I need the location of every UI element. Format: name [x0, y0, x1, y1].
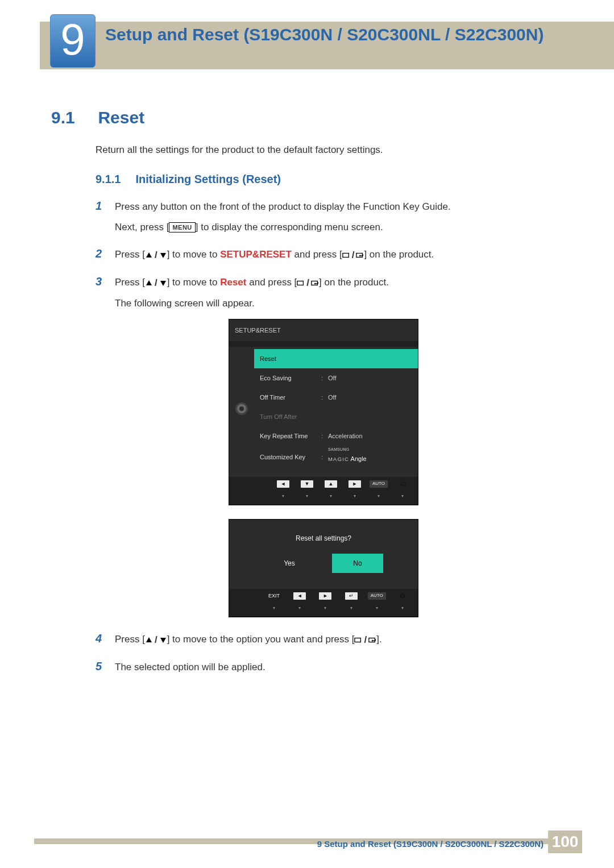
- window-enter-icon: /: [342, 248, 364, 263]
- section-number: 9.1: [51, 108, 96, 127]
- subsection-heading: 9.1.1 Initializing Settings (Reset): [96, 173, 563, 186]
- up-down-icon: /: [145, 248, 167, 263]
- step-4: 4 Press [/] to move to the option you wa…: [96, 632, 563, 653]
- step-3: 3 Press [/] to move to Reset and press […: [96, 275, 563, 625]
- svg-marker-14: [371, 639, 373, 642]
- svg-rect-2: [343, 254, 349, 258]
- svg-marker-1: [160, 253, 166, 258]
- osd-btn-up: ▲▾: [320, 480, 342, 504]
- osd-menu-list: Reset Eco Saving:Off Off Timer:Off Turn …: [254, 347, 418, 471]
- osd-setup-reset: SETUP&RESET Reset Eco Saving:Off Off Tim…: [229, 319, 418, 505]
- page-number: 100: [548, 830, 582, 853]
- step-3-text: Press [/] to move to Reset and press [/]…: [115, 275, 563, 290]
- osd-reset-confirm: Reset all settings? Yes No EXIT▾ ◄▾ ►▾ ↵…: [229, 519, 418, 617]
- osd-item-keyrepeat: Key Repeat Time:Acceleration: [254, 426, 418, 446]
- step-2: 2 Press [/] to move to SETUP&RESET and p…: [96, 247, 563, 268]
- menu-button-label: MENU: [169, 222, 195, 232]
- svg-marker-4: [359, 255, 361, 257]
- step-number: 3: [96, 275, 115, 625]
- svg-marker-10: [146, 637, 152, 642]
- step-2-text: Press [/] to move to SETUP&RESET and pre…: [115, 247, 563, 263]
- gear-icon: [235, 402, 248, 415]
- osd-btn-enter: ↵▾: [341, 592, 362, 616]
- step-number: 4: [96, 632, 115, 653]
- chapter-title: Setup and Reset (S19C300N / S20C300NL / …: [105, 23, 580, 45]
- osd-item-reset: Reset: [254, 349, 418, 368]
- osd-btn-right: ►▾: [344, 480, 366, 504]
- svg-rect-13: [369, 638, 375, 642]
- target-reset: Reset: [220, 277, 246, 288]
- svg-rect-3: [356, 254, 363, 258]
- osd-item-turnoffafter: Turn Off After: [254, 407, 418, 426]
- svg-marker-9: [314, 283, 316, 285]
- osd-choice-no: No: [332, 554, 383, 573]
- chapter-number-badge: 9: [50, 14, 96, 68]
- osd-control-bar-2: EXIT▾ ◄▾ ►▾ ↵▾ AUTO▾ ⏻▾: [229, 583, 418, 617]
- step-3-follow: The following screen will appear.: [115, 296, 563, 311]
- step-list: 1 Press any button on the front of the p…: [96, 200, 563, 680]
- svg-rect-7: [297, 281, 304, 285]
- section-title: Reset: [98, 108, 144, 127]
- osd-btn-left: ◄▾: [272, 480, 294, 504]
- step-1-text-b: Next, press [MENU] to display the corres…: [115, 220, 563, 235]
- step-5: 5 The selected option will be applied.: [96, 660, 563, 680]
- step-number: 1: [96, 200, 115, 240]
- step-4-text: Press [/] to move to the option you want…: [115, 632, 563, 647]
- osd-choice-yes: Yes: [264, 554, 315, 573]
- osd-btn-left: ◄▾: [289, 592, 310, 616]
- osd-item-offtimer: Off Timer:Off: [254, 388, 418, 407]
- chapter-number: 9: [60, 14, 85, 65]
- osd-item-eco: Eco Saving:Off: [254, 368, 418, 388]
- window-enter-icon: /: [354, 633, 376, 647]
- section-intro: Return all the settings for the product …: [96, 144, 563, 156]
- subsection-number: 9.1.1: [96, 173, 133, 186]
- svg-marker-6: [160, 281, 166, 286]
- osd-btn-right: ►▾: [314, 592, 336, 616]
- osd-btn-power: ⏻▾: [392, 592, 413, 616]
- target-setup-reset: SETUP&RESET: [220, 249, 292, 260]
- svg-marker-5: [146, 280, 152, 285]
- subsection-title: Initializing Settings (Reset): [135, 173, 281, 185]
- step-1-text-a: Press any button on the front of the pro…: [115, 200, 563, 214]
- svg-rect-12: [355, 638, 361, 642]
- step-5-text: The selected option will be applied.: [115, 660, 563, 675]
- step-number: 2: [96, 247, 115, 268]
- osd-side-icon: [229, 347, 254, 471]
- osd-item-customkey: Customized Key:SAMSUNGMAGIC Angle: [254, 446, 418, 469]
- osd-btn-down: ▼▾: [296, 480, 318, 504]
- step-number: 5: [96, 660, 115, 680]
- osd-header: SETUP&RESET: [229, 319, 418, 347]
- section-heading: 9.1 Reset: [51, 108, 563, 127]
- osd-btn-power: ⏻▾: [392, 480, 413, 504]
- up-down-icon: /: [145, 633, 167, 647]
- up-down-icon: /: [145, 276, 167, 290]
- osd-btn-exit: EXIT▾: [263, 592, 285, 616]
- svg-marker-0: [146, 252, 152, 258]
- osd-btn-auto: AUTO▾: [368, 480, 389, 504]
- osd-control-bar: ◄▾ ▼▾ ▲▾ ►▾ AUTO▾ ⏻▾: [229, 471, 418, 505]
- svg-marker-11: [160, 638, 166, 643]
- osd-btn-auto: AUTO▾: [366, 592, 388, 616]
- footer-text: 9 Setup and Reset (S19C300N / S20C300NL …: [317, 839, 544, 849]
- osd-confirm-prompt: Reset all settings?: [229, 520, 418, 554]
- step-1: 1 Press any button on the front of the p…: [96, 200, 563, 240]
- svg-rect-8: [312, 281, 318, 285]
- window-enter-icon: /: [297, 276, 319, 290]
